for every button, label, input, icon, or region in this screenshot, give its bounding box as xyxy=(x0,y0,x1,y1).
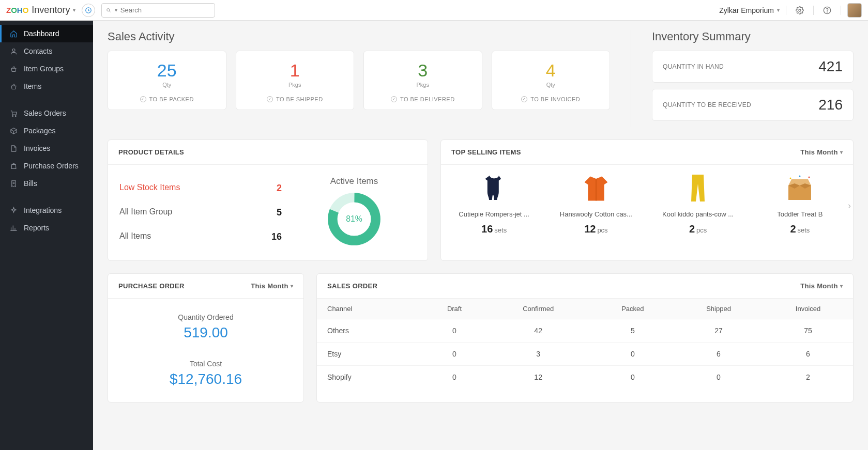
search-icon xyxy=(106,7,111,13)
stat-card-to-be-delivered[interactable]: 3Pkgs✓TO BE DELIVERED xyxy=(363,51,482,110)
value-cell: 5 xyxy=(591,319,674,343)
recent-history-button[interactable] xyxy=(82,4,95,17)
top-selling-panel: TOP SELLING ITEMS This Month ▾ Cutiepie … xyxy=(440,139,854,261)
user-avatar[interactable] xyxy=(847,3,862,18)
table-header: Packed xyxy=(591,299,674,319)
pd-value: 16 xyxy=(271,231,282,242)
summary-value: 421 xyxy=(818,58,843,75)
period-selector[interactable]: This Month ▾ xyxy=(800,148,843,156)
sidebar-item-purchase-orders[interactable]: Purchase Orders xyxy=(0,157,93,175)
stat-card-to-be-packed[interactable]: 25Qty✓TO BE PACKED xyxy=(108,51,226,110)
sidebar-item-packages[interactable]: Packages xyxy=(0,122,93,139)
period-selector[interactable]: This Month ▾ xyxy=(251,282,293,290)
summary-value: 216 xyxy=(818,97,843,113)
pd-label: All Item Group xyxy=(119,207,172,218)
app-title: Inventory xyxy=(32,5,70,15)
pd-label: All Items xyxy=(119,231,151,242)
summary-card: QUANTITY TO BE RECEIVED216 xyxy=(652,89,854,121)
period-selector[interactable]: This Month ▾ xyxy=(800,282,843,290)
channel-cell: Etsy xyxy=(317,343,423,366)
svg-text:81%: 81% xyxy=(346,214,362,223)
sidebar-item-bills[interactable]: Bills xyxy=(0,175,93,192)
product-detail-row[interactable]: Low Stock Items2 xyxy=(119,176,282,200)
stat-value: 25 xyxy=(113,60,221,81)
home-icon xyxy=(9,30,18,38)
stat-card-to-be-shipped[interactable]: 1Pkgs✓TO BE SHIPPED xyxy=(236,51,355,110)
top-selling-item[interactable]: Toddler Treat B2sets xyxy=(749,170,851,237)
top-selling-item[interactable]: Hanswooly Cotton cas...12pcs xyxy=(545,170,647,237)
sidebar-item-items[interactable]: Items xyxy=(0,77,93,95)
svg-point-12 xyxy=(809,177,810,178)
org-selector[interactable]: Zylkar Emporium ▾ xyxy=(719,6,780,14)
sidebar-item-integrations[interactable]: Integrations xyxy=(0,201,93,219)
summary-label: QUANTITY IN HAND xyxy=(663,63,724,70)
product-detail-row[interactable]: All Item Group5 xyxy=(119,200,282,225)
search-input-wrap[interactable]: ▾ xyxy=(101,3,215,18)
sidebar-item-reports[interactable]: Reports xyxy=(0,219,93,237)
pd-value: 5 xyxy=(277,207,282,218)
item-name: Cutiepie Rompers-jet ... xyxy=(447,210,541,218)
stat-label: ✓TO BE SHIPPED xyxy=(241,96,349,102)
caret-down-icon: ▾ xyxy=(777,7,780,13)
check-icon: ✓ xyxy=(521,96,527,102)
sidebar: DashboardContactsItem GroupsItemsSales O… xyxy=(0,21,93,450)
top-selling-item[interactable]: Cutiepie Rompers-jet ...16sets xyxy=(443,170,545,237)
svg-point-5 xyxy=(12,49,15,51)
sidebar-item-sales-orders[interactable]: Sales Orders xyxy=(0,104,93,122)
settings-button[interactable] xyxy=(793,6,807,14)
stat-unit: Pkgs xyxy=(369,82,477,88)
sidebar-item-contacts[interactable]: Contacts xyxy=(0,42,93,60)
divider xyxy=(786,6,786,15)
org-name: Zylkar Emporium xyxy=(719,6,774,14)
top-selling-item[interactable]: Kool kiddo pants-cow ...2pcs xyxy=(647,170,749,237)
value-cell: 12 xyxy=(485,366,591,389)
product-image-icon xyxy=(447,172,541,205)
sidebar-item-label: Contacts xyxy=(24,47,52,55)
po-cost-value: $12,760.16 xyxy=(118,371,293,387)
app-logo[interactable]: ZOHO Inventory ▾ xyxy=(6,5,75,15)
value-cell: 0 xyxy=(423,319,485,343)
user-icon xyxy=(9,48,18,55)
po-qty-value: 519.00 xyxy=(118,324,293,341)
sales-order-panel: SALES ORDER This Month ▾ ChannelDraftCon… xyxy=(316,273,854,402)
pd-label: Low Stock Items xyxy=(119,183,180,194)
stat-value: 4 xyxy=(497,60,605,81)
stat-unit: Pkgs xyxy=(241,82,349,88)
item-name: Toddler Treat B xyxy=(753,210,847,218)
svg-point-11 xyxy=(790,178,791,179)
cart-icon xyxy=(9,110,18,117)
stat-value: 1 xyxy=(241,60,349,81)
po-cost-label: Total Cost xyxy=(118,360,293,368)
bag-icon xyxy=(9,162,18,170)
pd-value: 2 xyxy=(277,183,282,194)
help-icon xyxy=(823,6,831,14)
purchase-order-panel: PURCHASE ORDER This Month ▾ Quantity Ord… xyxy=(108,273,304,402)
help-button[interactable] xyxy=(820,6,834,14)
svg-point-6 xyxy=(12,115,13,116)
chart-icon xyxy=(9,224,18,232)
spark-icon xyxy=(9,207,18,214)
sidebar-item-label: Dashboard xyxy=(24,29,59,38)
table-row[interactable]: Shopify012002 xyxy=(317,366,853,389)
table-row[interactable]: Others04252775 xyxy=(317,319,853,343)
stat-card-to-be-invoiced[interactable]: 4Qty✓TO BE INVOICED xyxy=(492,51,611,110)
sidebar-item-invoices[interactable]: Invoices xyxy=(0,139,93,157)
svg-point-4 xyxy=(827,11,828,12)
table-header: Draft xyxy=(423,299,485,319)
basket-icon xyxy=(9,65,18,73)
sidebar-item-item-groups[interactable]: Item Groups xyxy=(0,60,93,77)
receipt-icon xyxy=(9,180,18,188)
value-cell: 27 xyxy=(674,319,763,343)
table-row[interactable]: Etsy03066 xyxy=(317,343,853,366)
product-detail-row[interactable]: All Items16 xyxy=(119,225,282,249)
sidebar-item-label: Reports xyxy=(24,224,49,232)
main-content: Sales Activity 25Qty✓TO BE PACKED1Pkgs✓T… xyxy=(93,21,868,450)
check-icon: ✓ xyxy=(267,96,273,102)
search-input[interactable] xyxy=(120,6,211,14)
caret-down-icon: ▾ xyxy=(840,283,843,289)
divider xyxy=(813,6,814,15)
value-cell: 0 xyxy=(423,343,485,366)
section-title: Sales Activity xyxy=(108,30,610,43)
next-button[interactable]: › xyxy=(848,200,851,211)
sidebar-item-dashboard[interactable]: Dashboard xyxy=(0,25,93,42)
